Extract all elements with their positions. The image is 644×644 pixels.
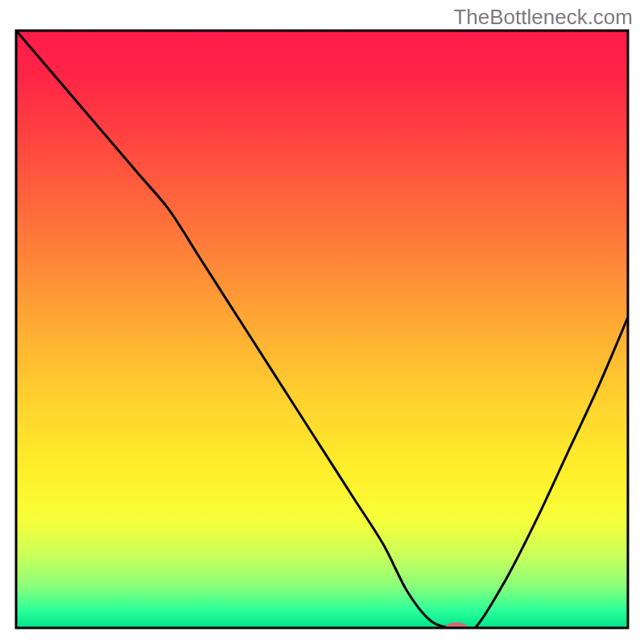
plot-background <box>16 31 628 628</box>
bottleneck-chart: TheBottleneck.com <box>0 0 644 644</box>
chart-canvas <box>0 0 644 644</box>
watermark-text: TheBottleneck.com <box>453 5 633 30</box>
